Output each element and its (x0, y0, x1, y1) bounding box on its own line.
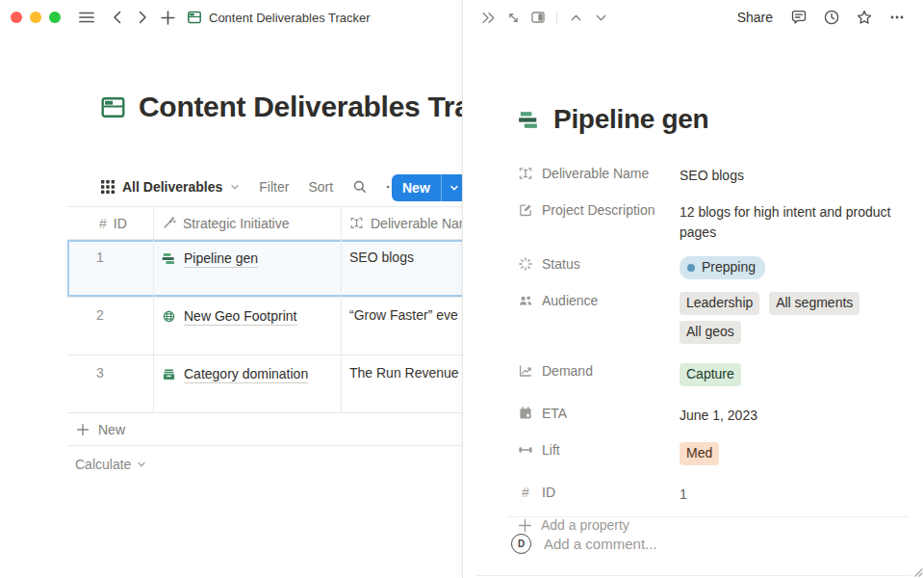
dumbbell-icon (518, 442, 533, 458)
property-label[interactable]: # ID (518, 481, 680, 500)
expand-icon[interactable] (500, 5, 526, 30)
property-value[interactable]: Med (680, 438, 901, 471)
cell-id[interactable]: 1 (67, 240, 154, 297)
status-pill[interactable]: Prepping (680, 256, 765, 279)
cell-id[interactable]: 3 (67, 355, 154, 412)
number-property-icon: # (518, 485, 533, 500)
edit-property-icon (518, 202, 533, 218)
panel-header: Share (463, 0, 924, 35)
cell-id[interactable]: 2 (67, 298, 154, 355)
record-title-row: Pipeline gen (518, 104, 901, 135)
property-label[interactable]: Deliverable Name (518, 162, 680, 181)
panel-actions: Share (732, 5, 910, 30)
property-row-id: # ID 1 (518, 481, 901, 508)
table-header-row: # ID Strategic Initiative Deliverable Na… (67, 206, 475, 240)
property-value[interactable]: SEO blogs (680, 162, 901, 186)
property-label[interactable]: Audience (518, 289, 680, 308)
side-peek-panel: Share Pipeline gen (462, 0, 924, 578)
comment-input[interactable]: Add a comment... (544, 536, 657, 552)
comment-row: D Add a comment... (463, 517, 924, 554)
new-record-split-button: New (392, 174, 467, 201)
search-icon[interactable] (352, 179, 368, 195)
property-label[interactable]: ETA (518, 402, 680, 421)
close-window-button[interactable] (11, 12, 22, 23)
table-row[interactable]: 3 Category domination The Run Revenue S (67, 355, 475, 413)
double-chevron-right-icon[interactable] (475, 5, 500, 30)
more-icon[interactable] (885, 5, 910, 30)
view-switcher[interactable]: All Deliverables (101, 179, 240, 195)
property-label[interactable]: Lift (518, 438, 680, 458)
bar-chart-icon (162, 250, 176, 266)
forward-icon[interactable] (130, 5, 155, 30)
filter-button[interactable]: Filter (259, 179, 289, 195)
page-link[interactable]: New Geo Footprint (184, 308, 297, 326)
record-detail: Pipeline gen Deliverable Name SEO blogs … (463, 35, 924, 533)
table-row[interactable]: 2 New Geo Footprint “Grow Faster” eve (67, 298, 475, 355)
number-property-icon: # (99, 216, 107, 231)
divider (556, 11, 557, 25)
property-row-eta: ETA June 1, 2023 (518, 402, 901, 429)
add-row-button[interactable]: New (67, 413, 475, 446)
property-label[interactable]: Project Description (518, 198, 680, 218)
text-property-icon (349, 216, 364, 230)
page-link[interactable]: Pipeline gen (184, 250, 258, 268)
page-database-icon[interactable] (100, 94, 126, 120)
trend-chart-icon (518, 363, 533, 379)
titlebar: Content Deliverables Tracker (0, 0, 462, 35)
app-window: Content Deliverables Tracker Content Del… (0, 0, 924, 578)
next-record-icon[interactable] (588, 5, 613, 30)
property-value[interactable]: Capture (680, 359, 901, 392)
menu-icon[interactable] (74, 5, 99, 30)
audience-tag[interactable]: Leadership (680, 292, 759, 315)
demand-tag[interactable]: Capture (680, 363, 741, 386)
record-title[interactable]: Pipeline gen (553, 104, 708, 135)
cell-initiative[interactable]: Category domination (154, 355, 342, 412)
history-clock-icon[interactable] (819, 5, 844, 30)
back-icon[interactable] (105, 5, 130, 30)
new-record-button[interactable]: New (392, 174, 441, 201)
cell-deliverable[interactable]: The Run Revenue S (342, 355, 475, 412)
table-row[interactable]: 1 Pipeline gen SEO blogs (67, 240, 475, 298)
audience-tag[interactable]: All segments (769, 292, 860, 315)
comments-icon[interactable] (786, 5, 811, 30)
wand-relation-icon (162, 216, 176, 230)
column-header-deliverable[interactable]: Deliverable Name (342, 207, 475, 239)
audience-tag[interactable]: All geos (680, 321, 741, 344)
minimize-window-button[interactable] (30, 12, 41, 23)
property-row-demand: Demand Capture (518, 359, 901, 392)
cell-deliverable[interactable]: “Grow Faster” eve (342, 298, 475, 355)
share-button[interactable]: Share (732, 10, 779, 25)
zoom-window-button[interactable] (49, 12, 61, 23)
cell-deliverable[interactable]: SEO blogs (342, 240, 475, 297)
new-tab-icon[interactable] (155, 5, 180, 30)
property-value[interactable]: 1 (680, 481, 901, 505)
status-dot-icon (687, 264, 695, 272)
previous-record-icon[interactable] (563, 5, 588, 30)
property-label[interactable]: Demand (518, 359, 680, 379)
cell-initiative[interactable]: New Geo Footprint (154, 298, 342, 355)
card-box-icon (162, 366, 176, 381)
side-peek-toggle-icon[interactable] (526, 5, 551, 30)
window-title: Content Deliverables Tracker (187, 10, 371, 25)
star-icon[interactable] (852, 5, 877, 30)
calculate-button[interactable]: Calculate (67, 448, 475, 480)
property-value[interactable]: Leadership All segments All geos (680, 288, 901, 350)
column-header-initiative[interactable]: Strategic Initiative (154, 207, 342, 239)
plus-icon (76, 423, 90, 436)
resize-grip-icon[interactable] (914, 568, 923, 577)
page-link[interactable]: Category domination (184, 366, 308, 383)
avatar: D (511, 534, 531, 554)
column-header-id[interactable]: # ID (67, 207, 154, 239)
lift-tag[interactable]: Med (680, 442, 719, 465)
cell-initiative[interactable]: Pipeline gen (154, 240, 342, 297)
property-value[interactable]: Prepping (680, 252, 901, 279)
bar-chart-icon[interactable] (518, 109, 540, 131)
property-value[interactable]: June 1, 2023 (680, 402, 901, 426)
property-row-audience: Audience Leadership All segments All geo… (518, 289, 901, 350)
property-label[interactable]: Status (518, 252, 680, 272)
view-toolbar: All Deliverables Filter Sort (101, 173, 400, 200)
sort-button[interactable]: Sort (308, 179, 333, 195)
globe-icon (162, 308, 176, 324)
property-row-project-description: Project Description 12 blogs for high in… (518, 198, 901, 243)
property-value[interactable]: 12 blogs for high intent and product pag… (680, 198, 901, 243)
